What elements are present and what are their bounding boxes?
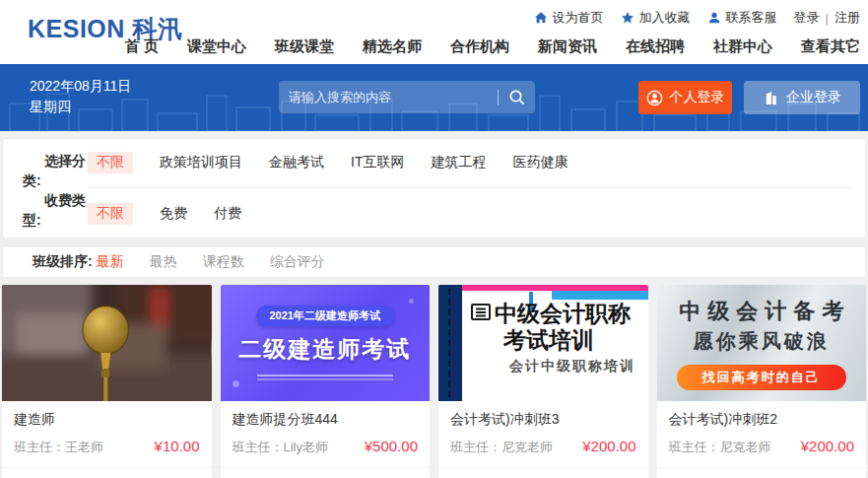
class-card-3[interactable]: 中级会计职称 考试培训 会计中级职称培训 会计考试)冲刺班3 班主任：尼克老师 … xyxy=(438,285,648,478)
document-icon xyxy=(470,303,492,321)
date-line: 2022年08月11日 xyxy=(30,76,131,97)
category-filter-options: 不限 政策培训项目 金融考试 IT互联网 建筑工程 医药健康 xyxy=(88,151,851,188)
category-option-medical[interactable]: 医药健康 xyxy=(512,154,568,171)
cover-title-line2: 考试培训 xyxy=(503,327,644,354)
star-icon xyxy=(621,11,634,25)
class-card-4-stats: 2 0 0 xyxy=(657,468,867,478)
class-card-3-stats: 2 1 0 xyxy=(438,468,648,478)
nav-item-community[interactable]: 社群中心 xyxy=(713,37,772,56)
fee-option-paid[interactable]: 付费 xyxy=(214,205,241,223)
cover-badge: 2021年二级建造师考试 xyxy=(256,306,394,326)
cover-title-line1: 中级会计备考 xyxy=(679,297,850,326)
home-icon xyxy=(534,11,548,25)
site-header: KESION 科汛 设为首页 加入收藏 联系客服 登录 | 注册 首 页 课堂中… xyxy=(0,0,868,64)
contact-label: 联系客服 xyxy=(726,9,777,27)
class-price: ¥200.00 xyxy=(801,438,854,454)
class-teacher: 班主任：尼克老师 xyxy=(450,439,553,456)
fee-filter-label: 收费类型: xyxy=(17,190,88,230)
class-card-1-stats: 1 1 0 xyxy=(2,468,212,478)
navy-bar-decoration xyxy=(438,285,462,401)
sort-option-hottest[interactable]: 最热 xyxy=(150,253,177,271)
nav-item-news[interactable]: 新闻资讯 xyxy=(538,37,597,56)
set-home-link[interactable]: 设为首页 xyxy=(534,9,604,27)
person-circle-icon xyxy=(646,90,663,106)
cover-title: 二级建造师考试 xyxy=(238,334,411,365)
person-icon xyxy=(707,11,721,25)
weekday-line: 星期四 xyxy=(30,97,131,117)
class-card-1-cover xyxy=(2,285,212,401)
class-price: ¥500.00 xyxy=(365,438,418,454)
company-login-label: 企业登录 xyxy=(786,89,841,106)
fee-filter-options: 不限 免费 付费 xyxy=(88,190,851,228)
nav-item-home[interactable]: 首 页 xyxy=(125,37,159,56)
class-card-2[interactable]: 2021年二级建造师考试 二级建造师考试 建造师提分班444 班主任：Lily老… xyxy=(221,285,431,478)
search-input[interactable] xyxy=(289,90,488,104)
favorite-label: 加入收藏 xyxy=(639,9,691,27)
favorite-link[interactable]: 加入收藏 xyxy=(621,9,691,27)
category-option-finance[interactable]: 金融考试 xyxy=(269,154,324,171)
utility-bar: 设为首页 加入收藏 联系客服 登录 | 注册 xyxy=(534,9,860,27)
class-price: ¥10.00 xyxy=(155,438,200,454)
filter-panel: 选择分类: 不限 政策培训项目 金融考试 IT互联网 建筑工程 医药健康 收费类… xyxy=(2,138,866,239)
cover-slogan-pill: 找回高考时的自己 xyxy=(677,365,846,390)
class-card-4[interactable]: 中级会计备考 愿你乘风破浪 找回高考时的自己 会计考试)冲刺班2 班主任：尼克老… xyxy=(657,285,867,478)
cover-title-line1: 中级会计职称 xyxy=(495,301,631,327)
category-filter-row: 选择分类: 不限 政策培训项目 金融考试 IT互联网 建筑工程 医药健康 xyxy=(17,151,851,190)
class-card-1-body: 建造师 班主任：王老师 ¥10.00 xyxy=(2,401,212,456)
search-banner: 2022年08月11日 星期四 个人登录 企业登录 xyxy=(0,64,868,131)
search-icon[interactable] xyxy=(508,89,525,105)
personal-login-button[interactable]: 个人登录 xyxy=(638,81,732,114)
category-option-policy[interactable]: 政策培训项目 xyxy=(160,154,242,171)
sort-options: 最新 最热 课程数 综合评分 xyxy=(97,253,325,271)
class-card-2-stats: 7 7 0 xyxy=(221,468,431,478)
sort-bar: 班级排序: 最新 最热 课程数 综合评分 xyxy=(2,246,866,278)
current-date: 2022年08月11日 星期四 xyxy=(30,76,131,117)
auth-divider: | xyxy=(826,11,829,26)
microphone-cover-image xyxy=(2,285,212,401)
nav-item-partners[interactable]: 合作机构 xyxy=(450,37,509,56)
sort-label: 班级排序: xyxy=(33,253,93,271)
auth-links: 登录 | 注册 xyxy=(794,9,860,27)
class-card-2-cover: 2021年二级建造师考试 二级建造师考试 xyxy=(221,285,431,401)
company-login-button[interactable]: 企业登录 xyxy=(744,81,860,114)
search-box xyxy=(279,81,535,113)
login-link[interactable]: 登录 xyxy=(794,9,820,27)
building-icon xyxy=(763,90,779,106)
class-card-2-body: 建造师提分班444 班主任：Lily老师 ¥500.00 xyxy=(221,401,431,456)
cover-subtitle: 会计中级职称培训 xyxy=(509,358,644,376)
category-option-it[interactable]: IT互联网 xyxy=(351,154,404,171)
register-link[interactable]: 注册 xyxy=(835,9,860,27)
sort-option-rating[interactable]: 综合评分 xyxy=(270,253,325,271)
fee-option-free[interactable]: 免费 xyxy=(160,205,187,223)
cover-title-line2: 愿你乘风破浪 xyxy=(694,328,830,355)
class-card-1[interactable]: 建造师 班主任：王老师 ¥10.00 1 1 0 xyxy=(2,285,212,478)
class-title: 建造师 xyxy=(14,411,200,429)
cyan-stripe-decoration xyxy=(552,291,648,300)
class-teacher: 班主任：王老师 xyxy=(14,439,103,456)
contact-link[interactable]: 联系客服 xyxy=(707,9,777,27)
main-nav: 首 页 课堂中心 班级课堂 精选名师 合作机构 新闻资讯 在线招聘 社群中心 查… xyxy=(125,37,860,56)
cover-underline-decoration xyxy=(257,375,393,380)
set-home-label: 设为首页 xyxy=(553,9,604,27)
fee-filter-row: 收费类型: 不限 免费 付费 xyxy=(17,190,851,230)
nav-item-teachers[interactable]: 精选名师 xyxy=(363,37,422,56)
class-teacher: 班主任：尼克老师 xyxy=(669,439,771,456)
search-divider xyxy=(498,90,499,105)
category-option-construction[interactable]: 建筑工程 xyxy=(431,154,486,171)
class-card-4-body: 会计考试)冲刺班2 班主任：尼克老师 ¥200.00 xyxy=(657,401,867,456)
sort-option-course-count[interactable]: 课程数 xyxy=(203,253,244,271)
class-card-grid: 建造师 班主任：王老师 ¥10.00 1 1 0 2021年二级建造师考试 二级… xyxy=(2,285,866,478)
class-title: 会计考试)冲刺班2 xyxy=(669,411,855,429)
nav-item-class-center[interactable]: 课堂中心 xyxy=(187,37,246,56)
class-price: ¥200.00 xyxy=(582,438,635,454)
class-title: 建造师提分班444 xyxy=(233,411,419,429)
fee-option-unlimited[interactable]: 不限 xyxy=(88,203,133,225)
class-card-3-body: 会计考试)冲刺班3 班主任：尼克老师 ¥200.00 xyxy=(438,401,648,456)
class-title: 会计考试)冲刺班3 xyxy=(450,411,636,429)
class-card-3-cover: 中级会计职称 考试培训 会计中级职称培训 xyxy=(438,285,648,401)
sort-option-newest[interactable]: 最新 xyxy=(97,253,124,271)
category-option-unlimited[interactable]: 不限 xyxy=(88,152,133,173)
nav-item-class-course[interactable]: 班级课堂 xyxy=(275,37,334,56)
nav-item-more[interactable]: 查看其它 xyxy=(801,37,860,56)
nav-item-jobs[interactable]: 在线招聘 xyxy=(626,37,685,56)
